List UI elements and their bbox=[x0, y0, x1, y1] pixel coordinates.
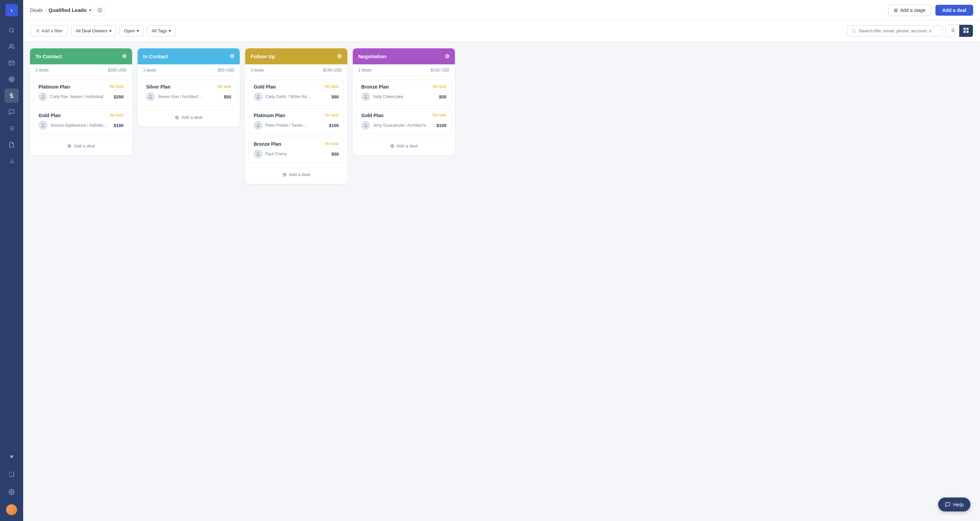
add-stage-button[interactable]: ⊞ Add a stage bbox=[888, 5, 931, 16]
deal-card-header: Bronze Plan No task bbox=[361, 84, 446, 89]
deal-task: No task bbox=[217, 84, 231, 89]
help-button[interactable]: Help bbox=[938, 497, 970, 511]
copy-icon[interactable]: ❏ bbox=[5, 467, 19, 481]
header-settings-button[interactable] bbox=[94, 5, 105, 16]
deal-total-negotiation: $150 USD bbox=[431, 68, 449, 73]
chart-icon[interactable] bbox=[5, 154, 19, 168]
deal-count-in-contact: 1 deals bbox=[143, 68, 156, 73]
add-circle-icon: ⊕ bbox=[282, 171, 287, 178]
person-avatar bbox=[361, 92, 370, 101]
board-view-button[interactable] bbox=[959, 25, 973, 37]
contacts-icon[interactable] bbox=[5, 40, 19, 54]
svg-point-17 bbox=[99, 10, 100, 11]
deal-name: Platinum Plan bbox=[254, 113, 285, 118]
status-dropdown[interactable]: Open ▾ bbox=[119, 25, 144, 37]
svg-point-16 bbox=[11, 491, 13, 493]
mail-icon[interactable] bbox=[5, 56, 19, 70]
breadcrumb-dropdown-icon[interactable]: ▾ bbox=[89, 8, 91, 13]
person-name: Paul Cherry bbox=[265, 151, 287, 156]
svg-line-1 bbox=[13, 31, 14, 32]
search-icon[interactable] bbox=[5, 23, 19, 37]
dollar-icon[interactable] bbox=[5, 89, 19, 103]
deal-card[interactable]: Gold Plan No task Carly Garlic / White R… bbox=[248, 80, 344, 105]
column-meta-negotiation: 2 deals $150 USD bbox=[353, 64, 455, 76]
svg-rect-34 bbox=[964, 31, 966, 33]
deal-person-info: Paul Cherry bbox=[254, 150, 287, 158]
svg-point-40 bbox=[258, 124, 259, 125]
owner-label: All Deal Owners bbox=[76, 28, 107, 33]
add-circle-icon: ⊕ bbox=[67, 143, 72, 149]
deal-card-header: Silver Plan No task bbox=[146, 84, 231, 89]
svg-point-4 bbox=[10, 78, 13, 81]
column-to-contact: To Contact ⚙ 2 deals $300 USD Platinum P… bbox=[30, 48, 132, 155]
avatar[interactable] bbox=[5, 503, 19, 517]
person-name: Jessica Applesauce / Individu… bbox=[50, 123, 108, 128]
add-deal-button-negotiation[interactable]: ⊕ Add a deal bbox=[356, 138, 452, 153]
column-gear-icon-follow-up[interactable]: ⚙ bbox=[337, 53, 342, 60]
sidebar-logo[interactable]: › bbox=[5, 4, 18, 16]
deal-total-to-contact: $300 USD bbox=[108, 68, 127, 73]
deal-name: Platinum Plan bbox=[38, 84, 70, 89]
breadcrumb-current: Qualified Leads bbox=[49, 7, 87, 13]
list-view-button[interactable] bbox=[946, 25, 959, 37]
help-icon bbox=[945, 502, 950, 507]
add-deal-header-button[interactable]: Add a deal bbox=[935, 5, 973, 16]
column-title-in-contact: In Contact bbox=[143, 53, 168, 59]
deal-task: No task bbox=[325, 84, 339, 89]
add-deal-button-follow-up[interactable]: ⊕ Add a deal bbox=[248, 167, 344, 182]
heart-icon[interactable]: ♥ bbox=[5, 449, 19, 464]
deal-card-header: Gold Plan No task bbox=[38, 113, 124, 118]
add-deal-label: Add a deal bbox=[181, 115, 202, 120]
deal-card-header: Platinum Plan No task bbox=[254, 113, 339, 118]
main-content: Deals / Qualified Leads ▾ ⊞ Add a stage … bbox=[23, 0, 980, 521]
list-icon[interactable] bbox=[5, 121, 19, 135]
svg-point-2 bbox=[10, 44, 12, 46]
tags-dropdown[interactable]: All Tags ▾ bbox=[147, 25, 176, 37]
deal-card[interactable]: Platinum Plan No task Carly Rae Jepsen /… bbox=[33, 80, 129, 105]
column-title-to-contact: To Contact bbox=[35, 53, 62, 59]
deal-name: Bronze Plan bbox=[254, 141, 281, 147]
deal-task: No task bbox=[325, 141, 339, 146]
svg-rect-33 bbox=[966, 28, 969, 30]
person-name: Sally Cheescake bbox=[373, 94, 403, 99]
view-toggle bbox=[945, 24, 973, 37]
deal-person-info: Carly Rae Jepsen / Individual bbox=[38, 92, 103, 101]
column-gear-icon-negotiation[interactable]: ⚙ bbox=[445, 53, 449, 60]
deal-amount: $50 bbox=[439, 94, 446, 99]
deal-card[interactable]: Platinum Plan No task Peter Potato / Tan… bbox=[248, 108, 344, 134]
column-gear-icon-to-contact[interactable]: ⚙ bbox=[122, 53, 127, 60]
column-in-contact: In Contact ⚙ 1 deals $50 USD Silver Plan… bbox=[138, 48, 240, 127]
tags-chevron-icon: ▾ bbox=[169, 28, 171, 33]
deal-person: Peter Potato / Tande… $100 bbox=[254, 121, 339, 130]
chat-icon[interactable] bbox=[5, 105, 19, 119]
settings-icon[interactable] bbox=[5, 485, 19, 499]
deal-card[interactable]: Bronze Plan No task Paul Cherry $50 bbox=[248, 137, 344, 163]
deal-name: Silver Plan bbox=[146, 84, 170, 89]
breadcrumb-deals[interactable]: Deals bbox=[30, 7, 43, 13]
person-name: Steven Kiwi / Architect… bbox=[158, 94, 202, 99]
person-avatar bbox=[254, 92, 262, 101]
person-name: Carly Rae Jepsen / Individual bbox=[50, 94, 103, 99]
document-icon[interactable] bbox=[5, 137, 19, 152]
deal-card[interactable]: Gold Plan No task Jessica Applesauce / I… bbox=[33, 108, 129, 134]
search-input[interactable] bbox=[859, 28, 938, 33]
owner-dropdown[interactable]: All Deal Owners ▾ bbox=[71, 25, 116, 37]
deal-card[interactable]: Gold Plan No task Jerry Guacamole / Arch… bbox=[356, 108, 452, 134]
person-avatar bbox=[38, 121, 47, 130]
person-avatar bbox=[361, 121, 370, 130]
status-chevron-icon: ▾ bbox=[137, 28, 139, 33]
add-deal-label: Add a deal bbox=[396, 143, 417, 148]
breadcrumb: Deals / Qualified Leads ▾ bbox=[30, 7, 91, 13]
column-gear-icon-in-contact[interactable]: ⚙ bbox=[229, 53, 234, 60]
deal-card[interactable]: Silver Plan No task Steven Kiwi / Archit… bbox=[141, 80, 236, 105]
deal-name: Bronze Plan bbox=[361, 84, 389, 89]
add-deal-button-in-contact[interactable]: ⊕ Add a deal bbox=[141, 110, 236, 124]
add-filter-button[interactable]: Add a filter bbox=[30, 25, 68, 37]
search-box[interactable] bbox=[847, 25, 943, 37]
sidebar-nav bbox=[5, 23, 19, 449]
add-deal-label: Add a deal bbox=[73, 143, 95, 148]
add-deal-button-to-contact[interactable]: ⊕ Add a deal bbox=[33, 138, 129, 153]
deal-task: No task bbox=[110, 113, 124, 118]
deal-card[interactable]: Bronze Plan No task Sally Cheescake $50 bbox=[356, 80, 452, 105]
target-icon[interactable] bbox=[5, 72, 19, 86]
